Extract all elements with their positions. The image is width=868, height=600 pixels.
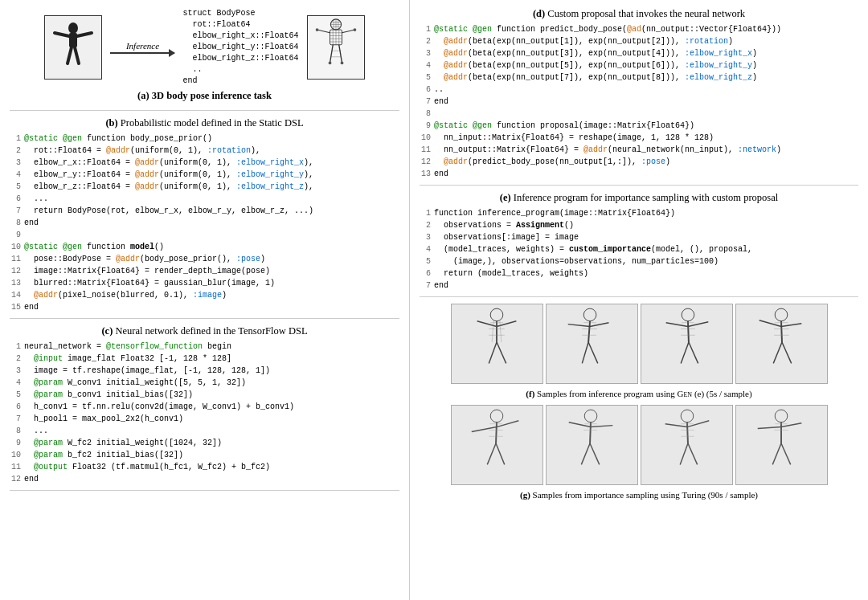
svg-point-52	[682, 308, 694, 321]
panel-a-title: (a) 3D body pose inference task	[137, 90, 272, 102]
svg-line-47	[582, 342, 588, 363]
panel-g: (g) Samples from importance sampling usi…	[420, 405, 858, 500]
figure-f1	[465, 307, 528, 382]
svg-line-48	[588, 342, 598, 363]
svg-line-82	[591, 425, 612, 427]
svg-point-24	[353, 28, 356, 31]
svg-point-43	[583, 308, 596, 321]
figure-g1	[465, 408, 528, 483]
svg-line-54	[666, 322, 688, 326]
svg-line-45	[568, 324, 590, 326]
svg-line-34	[497, 320, 516, 326]
svg-line-84	[590, 443, 600, 464]
figure-g4	[750, 408, 813, 483]
svg-line-3	[77, 33, 92, 36]
svg-line-74	[487, 443, 496, 464]
svg-line-64	[781, 323, 801, 326]
svg-line-100	[772, 443, 781, 464]
svg-line-89	[665, 423, 687, 427]
svg-point-61	[775, 308, 788, 321]
pose-image-f3	[641, 304, 733, 384]
svg-line-40	[492, 320, 493, 341]
struct-text: struct BodyPose rot::Float64 elbow_right…	[182, 8, 298, 87]
svg-line-62	[781, 320, 782, 341]
panel-e-code: 1function inference_program(image::Matri…	[420, 207, 858, 292]
svg-point-30	[340, 61, 343, 64]
svg-point-31	[490, 308, 503, 321]
svg-point-79	[584, 410, 597, 422]
figure-g2	[560, 408, 623, 483]
pose-image-g4	[735, 405, 828, 485]
panel-g-caption: (g) Samples from importance sampling usi…	[420, 490, 858, 500]
svg-point-96	[775, 410, 788, 422]
panel-f: (f) Samples from inference program using…	[420, 304, 858, 398]
panel-d: (d) Custom proposal that invokes the neu…	[420, 8, 858, 186]
panel-c-title: (c) Neural network defined in the Tensor…	[10, 325, 399, 337]
svg-point-29	[328, 61, 331, 64]
svg-line-4	[68, 47, 72, 63]
panel-e: (e) Inference program for importance sam…	[420, 192, 858, 297]
svg-line-80	[590, 422, 591, 443]
svg-line-42	[500, 320, 502, 341]
pose-image-f1	[451, 304, 543, 384]
svg-line-63	[760, 320, 781, 326]
panel-c-code: 1neural_network = @tensorflow_function b…	[10, 341, 399, 485]
svg-line-98	[758, 427, 781, 428]
left-panel: Inference struct BodyPose rot::Float64 e…	[0, 0, 410, 600]
panel-b-code: 1@static @gen function body_pose_prior()…	[10, 133, 399, 313]
inference-label: Inference	[126, 41, 159, 51]
svg-line-36	[497, 342, 506, 363]
body-wireframe-right	[312, 18, 360, 78]
arrow-box: Inference	[110, 41, 174, 54]
pose-image-g1	[451, 405, 543, 485]
svg-line-26	[338, 44, 342, 63]
panel-b-title: (b) Probabilistic model defined in the S…	[10, 117, 399, 129]
panel-f-grid	[420, 304, 858, 384]
svg-line-56	[681, 342, 689, 363]
svg-line-91	[680, 443, 688, 464]
svg-line-46	[590, 322, 608, 326]
panel-b: (b) Probabilistic model defined in the S…	[10, 117, 399, 319]
svg-line-101	[781, 443, 791, 464]
panel-d-code: 1@static @gen function predict_body_pose…	[420, 23, 858, 180]
pose-image-f4	[735, 304, 828, 384]
svg-line-88	[687, 422, 688, 443]
svg-line-65	[773, 342, 782, 363]
right-panel: (d) Custom proposal that invokes the neu…	[410, 0, 868, 600]
svg-line-53	[688, 320, 689, 341]
arrow-line	[110, 52, 174, 54]
pose-image-f2	[546, 304, 638, 384]
panel-e-title: (e) Inference program for importance sam…	[420, 192, 858, 204]
figure-f4	[750, 307, 813, 382]
panel-a-content: Inference struct BodyPose rot::Float64 e…	[44, 8, 364, 87]
svg-line-35	[489, 342, 497, 363]
svg-line-57	[689, 342, 698, 363]
svg-point-87	[681, 410, 694, 422]
svg-line-44	[588, 320, 590, 341]
svg-point-70	[490, 410, 503, 422]
figure-g3	[655, 408, 718, 483]
svg-line-92	[688, 443, 698, 464]
pose-image-g2	[546, 405, 638, 485]
svg-line-22	[342, 30, 354, 33]
panel-g-grid	[420, 405, 858, 485]
svg-point-0	[68, 22, 78, 34]
pose-image-g3	[641, 405, 733, 485]
svg-line-25	[330, 44, 333, 63]
body-image-left	[44, 15, 102, 80]
svg-line-66	[782, 342, 792, 363]
svg-line-75	[496, 443, 505, 464]
panel-c: (c) Neural network defined in the Tensor…	[10, 325, 399, 491]
figure-f2	[560, 307, 623, 382]
svg-line-83	[581, 443, 590, 464]
body-silhouette-left	[53, 22, 93, 74]
svg-line-71	[496, 422, 497, 443]
svg-line-81	[569, 422, 591, 427]
svg-line-72	[472, 427, 497, 431]
svg-line-21	[317, 30, 330, 33]
panel-d-title: (d) Custom proposal that invokes the neu…	[420, 8, 858, 20]
svg-line-5	[75, 47, 79, 63]
panel-f-caption: (f) Samples from inference program using…	[420, 389, 858, 398]
figure-f3	[655, 307, 718, 382]
body-image-right	[307, 15, 365, 80]
